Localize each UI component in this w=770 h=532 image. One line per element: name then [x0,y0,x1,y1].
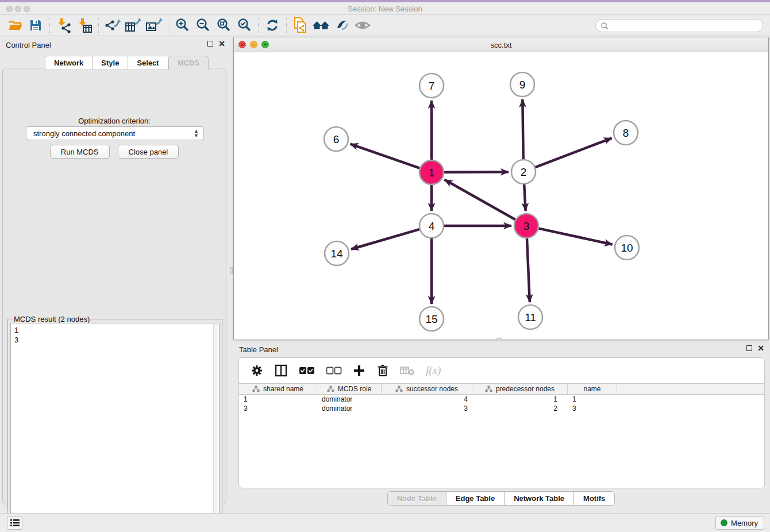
graph-edge-1-2[interactable] [444,172,509,172]
graph-edge-4-14[interactable] [351,229,419,249]
graph-edge-3-1[interactable] [445,180,515,219]
duplicate-network-icon[interactable] [290,17,311,34]
titlebar[interactable]: Session: New Session [0,2,770,15]
memory-status-icon [721,519,727,526]
hierarchy-icon [485,385,492,392]
add-column-icon[interactable] [353,364,365,377]
graph-node-label-10: 10 [621,242,633,254]
graphics-details-icon[interactable] [332,17,352,34]
eye-icon[interactable] [352,17,373,34]
graph-node-label-1: 1 [429,167,435,179]
cell-name[interactable]: 1 [568,395,617,403]
save-icon[interactable] [25,17,46,34]
mcds-result-list[interactable]: 1 3 [10,323,220,532]
tab-edge-table[interactable]: Edge Table [446,492,505,505]
graph-edge-1-6[interactable] [351,144,420,168]
column-header-successor-nodes[interactable]: successor nodes [382,384,472,394]
vertical-divider-handle[interactable] [230,267,233,274]
control-panel-title: Control Panel [6,41,51,49]
tab-style[interactable]: Style [92,56,128,70]
tab-mcds[interactable]: MCDS [168,56,209,70]
graph-node-label-2: 2 [521,166,527,178]
header-filler [617,384,764,394]
app-title: Session: New Session [0,5,770,13]
graph-node-label-15: 15 [425,313,437,325]
toolbar-separator [286,18,287,33]
network-window-titlebar[interactable]: ✕ − + scc.txt [234,37,768,52]
mcds-result-box: MCDS result (2 nodes) 1 3 [7,319,222,532]
search-input[interactable] [609,21,763,31]
graph-node-label-6: 6 [333,133,340,145]
cell-shared-name[interactable]: 1 [239,395,317,403]
delete-column-icon[interactable] [376,364,389,377]
mcds-tab-content: Optimization criterion: strongly connect… [2,68,226,504]
task-history-button[interactable] [7,516,22,530]
cell-mcds-role[interactable]: dominator [317,395,382,403]
criterion-dropdown[interactable]: strongly connected component ▲▼ [26,126,204,140]
cell-predecessor-nodes[interactable]: 2 [472,404,568,413]
hierarchy-icon [252,385,260,392]
tab-network-table[interactable]: Network Table [505,492,574,505]
import-table-icon[interactable] [74,17,95,34]
graph-edge-3-10[interactable] [538,229,612,245]
tab-select[interactable]: Select [128,56,168,70]
cell-successor-nodes[interactable]: 4 [382,395,472,403]
tab-node-table[interactable]: Node Table [388,492,446,505]
table-panel-title: Table Panel [239,345,278,354]
hierarchy-icon [395,385,403,392]
close-panel-button[interactable]: Close panel [118,145,179,159]
network-title: scc.txt [234,41,768,49]
toolbar-separator [258,18,259,33]
gear-icon[interactable] [251,364,263,377]
graph-edge-3-11[interactable] [527,238,530,302]
graph-edge-2-9[interactable] [522,99,523,159]
export-network-icon[interactable] [102,17,123,34]
cell-successor-nodes[interactable]: 3 [382,404,472,413]
float-table-panel-icon[interactable] [746,345,752,351]
zoom-selected-icon[interactable] [234,17,255,34]
graph-edge-2-8[interactable] [536,138,612,167]
table-row[interactable]: 1 dominator 4 1 1 [239,395,764,404]
mcds-result-line: 3 [14,335,215,345]
column-header-name[interactable]: name [568,384,617,394]
import-network-icon[interactable] [53,17,74,34]
run-mcds-button[interactable]: Run MCDS [50,145,110,159]
export-table-icon[interactable] [123,17,144,34]
toolbar-separator [168,18,168,33]
column-header-predecessor-nodes[interactable]: predecessor nodes [472,384,568,394]
column-header-shared-name[interactable]: shared name [239,384,317,394]
graph-node-label-11: 11 [525,311,536,323]
cell-mcds-role[interactable]: dominator [317,404,382,413]
deselect-all-icon[interactable] [326,367,342,375]
cell-name[interactable]: 3 [568,404,617,413]
close-table-panel-icon[interactable]: ✕ [757,345,764,351]
hierarchy-icon [327,385,334,392]
destroy-table-icon [400,365,415,376]
list-icon [10,519,20,527]
cell-predecessor-nodes[interactable]: 1 [472,395,568,403]
table-row[interactable]: 3 dominator 3 2 3 [239,404,764,413]
graph-edge-2-3[interactable] [524,184,525,211]
network-graph[interactable]: 1234678910111415 [234,52,768,340]
control-panel-header: Control Panel ✕ [0,37,230,54]
export-image-icon[interactable] [144,17,164,34]
open-folder-icon[interactable] [5,17,25,34]
column-header-mcds-role[interactable]: MCDS role [317,384,382,394]
table-toolbar: f(x) [239,358,764,383]
zoom-out-icon[interactable] [192,17,213,34]
search-field[interactable] [595,19,763,32]
result-scrollbar[interactable] [213,324,218,532]
zoom-in-icon[interactable] [172,17,192,34]
close-panel-icon[interactable]: ✕ [218,41,225,47]
tab-motifs[interactable]: Motifs [574,492,614,505]
column-selector-icon[interactable] [274,364,288,377]
refresh-icon[interactable] [262,17,283,34]
zoom-fit-icon[interactable] [213,17,234,34]
select-all-icon[interactable] [299,367,315,375]
control-panel: Control Panel ✕ Network Style Select MCD… [0,37,230,510]
memory-button[interactable]: Memory [715,516,764,530]
cell-shared-name[interactable]: 3 [239,404,317,413]
float-panel-icon[interactable] [207,41,213,47]
home-icon[interactable] [311,17,332,34]
tab-network[interactable]: Network [45,56,92,70]
